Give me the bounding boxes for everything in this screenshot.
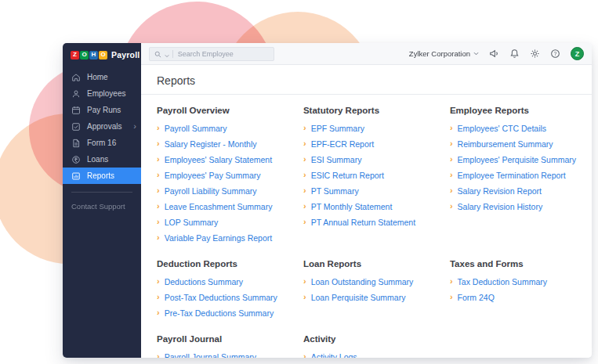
chevron-right-icon: ›: [450, 124, 453, 132]
topbar-icons: ?: [489, 49, 560, 59]
report-section-statutory-reports: Statutory Reports›EPF Summary›EPF-ECR Re…: [303, 106, 428, 249]
report-link-deductions-summary[interactable]: ›Deductions Summary: [157, 277, 281, 286]
report-link-payroll-summary[interactable]: ›Payroll Summary: [157, 124, 281, 132]
report-link-epf-ecr-report[interactable]: ›EPF-ECR Report: [303, 139, 428, 148]
report-section-payroll-overview: Payroll Overview›Payroll Summary›Salary …: [157, 106, 281, 249]
chevron-down-icon: [473, 52, 479, 56]
chevron-right-icon: ›: [450, 186, 453, 195]
report-link-epf-summary[interactable]: ›EPF Summary: [303, 124, 428, 132]
report-link-esic-return-report[interactable]: ›ESIC Return Report: [303, 171, 428, 179]
sidebar-item-approvals[interactable]: Approvals›: [63, 118, 141, 135]
chevron-right-icon: ›: [133, 122, 136, 131]
report-link-employees-ctc-details[interactable]: ›Employees' CTC Details: [450, 124, 576, 132]
pay-runs-icon: [71, 106, 81, 115]
report-section-activity: Activity›Activity Logs: [303, 334, 428, 358]
approvals-icon: [71, 122, 81, 132]
chevron-right-icon: ›: [450, 293, 453, 301]
report-section-payroll-journal: Payroll Journal›Payroll Journal Summary: [157, 334, 281, 358]
zoho-logo-letter: O: [99, 51, 107, 59]
reports-grid: Payroll Overview›Payroll Summary›Salary …: [157, 106, 576, 358]
sidebar-item-home[interactable]: Home: [63, 69, 141, 85]
report-link-lop-summary[interactable]: ›LOP Summary: [157, 218, 281, 226]
report-link-pre-tax-deductions-summary[interactable]: ›Pre-Tax Deductions Summary: [157, 308, 281, 317]
user-avatar[interactable]: Z: [571, 47, 584, 60]
zoho-logo-blocks: ZOHO: [71, 51, 107, 59]
report-link-employees-perquisite-summary[interactable]: ›Employees' Perquisite Summary: [450, 155, 576, 164]
report-link-employees-salary-statement[interactable]: ›Employees' Salary Statement: [157, 155, 281, 164]
report-link-activity-logs[interactable]: ›Activity Logs: [303, 352, 428, 358]
main-pane: Zylker Corporation ? Z Reports Payroll O…: [141, 43, 592, 358]
org-name: Zylker Corporation: [409, 49, 470, 58]
chevron-right-icon: ›: [157, 202, 160, 211]
report-link-post-tax-deductions-summary[interactable]: ›Post-Tax Deductions Summary: [157, 293, 281, 301]
chevron-right-icon: ›: [157, 218, 160, 226]
product-name: Payroll: [111, 50, 140, 59]
report-link-leave-encashment-summary[interactable]: ›Leave Encashment Summary: [157, 202, 281, 211]
section-title: Employee Reports: [450, 106, 576, 115]
report-link-reimbursement-summary[interactable]: ›Reimbursement Summary: [450, 139, 576, 148]
report-link-payroll-journal-summary[interactable]: ›Payroll Journal Summary: [157, 352, 281, 358]
report-link-loan-outstanding-summary[interactable]: ›Loan Outstanding Summary: [303, 277, 428, 286]
report-link-form-24q[interactable]: ›Form 24Q: [450, 293, 576, 301]
sidebar-item-reports[interactable]: Reports: [63, 168, 141, 184]
org-switcher[interactable]: Zylker Corporation: [409, 49, 479, 58]
sidebar-item-pay-runs[interactable]: Pay Runs: [63, 102, 141, 118]
search-input[interactable]: [176, 49, 269, 59]
chevron-right-icon: ›: [157, 352, 160, 358]
search-separator: [172, 50, 173, 58]
section-title: Loan Reports: [303, 259, 428, 268]
chevron-right-icon: ›: [303, 218, 306, 226]
chevron-right-icon: ›: [303, 171, 306, 179]
app-window: ZOHO Payroll HomeEmployeesPay RunsApprov…: [63, 43, 592, 358]
section-title: Deduction Reports: [157, 259, 281, 268]
report-section-employee-reports: Employee Reports›Employees' CTC Details›…: [450, 106, 576, 249]
svg-text:?: ?: [554, 51, 557, 56]
announcements-icon[interactable]: [489, 49, 499, 59]
chevron-right-icon: ›: [450, 171, 453, 179]
report-link-pt-annual-return-statement[interactable]: ›PT Annual Return Statement: [303, 218, 428, 226]
chevron-right-icon: ›: [157, 155, 160, 164]
chevron-right-icon: ›: [157, 139, 160, 148]
chevron-right-icon: ›: [157, 171, 160, 179]
report-link-salary-register-monthly[interactable]: ›Salary Register - Monthly: [157, 139, 281, 148]
report-link-payroll-liability-summary[interactable]: ›Payroll Liability Summary: [157, 186, 281, 195]
chevron-right-icon: ›: [157, 293, 160, 301]
settings-icon[interactable]: [530, 49, 540, 59]
report-link-esi-summary[interactable]: ›ESI Summary: [303, 155, 428, 164]
report-link-pt-summary[interactable]: ›PT Summary: [303, 186, 428, 195]
search-scope-chevron-icon[interactable]: [165, 47, 169, 61]
sidebar-nav: HomeEmployeesPay RunsApprovals›Form 16Lo…: [63, 69, 141, 184]
zoho-logo-letter: Z: [71, 51, 79, 59]
form-16-icon: [71, 139, 81, 148]
report-link-variable-pay-earnings-report[interactable]: ›Variable Pay Earnings Report: [157, 233, 281, 242]
report-link-loan-perquisite-summary[interactable]: ›Loan Perquisite Summary: [303, 293, 428, 301]
search-icon: [154, 47, 161, 61]
section-title: Statutory Reports: [303, 106, 428, 115]
employees-icon: [71, 89, 81, 99]
report-link-employees-pay-summary[interactable]: ›Employees' Pay Summary: [157, 171, 281, 179]
chevron-right-icon: ›: [157, 233, 160, 242]
section-title: Payroll Overview: [157, 106, 281, 115]
reports-icon: [71, 171, 81, 181]
report-link-salary-revision-report[interactable]: ›Salary Revision Report: [450, 186, 576, 195]
notifications-icon[interactable]: [509, 49, 520, 59]
chevron-right-icon: ›: [303, 202, 306, 211]
reports-page: Reports Payroll Overview›Payroll Summary…: [141, 65, 592, 358]
contact-support-link[interactable]: Contact Support: [63, 193, 141, 220]
report-link-tax-deduction-summary[interactable]: ›Tax Deduction Summary: [450, 277, 576, 286]
zoho-payroll-logo: ZOHO Payroll: [63, 43, 141, 66]
chevron-right-icon: ›: [303, 293, 306, 301]
report-link-employee-termination-report[interactable]: ›Employee Termination Report: [450, 171, 576, 179]
chevron-right-icon: ›: [157, 308, 160, 317]
report-link-salary-revision-history[interactable]: ›Salary Revision History: [450, 202, 576, 211]
report-link-pt-monthly-statement[interactable]: ›PT Monthly Statement: [303, 202, 428, 211]
search-box[interactable]: [149, 47, 274, 61]
title-divider: [141, 94, 592, 95]
sidebar-item-form-16[interactable]: Form 16: [63, 135, 141, 151]
loans-icon: [71, 155, 81, 164]
sidebar-item-employees[interactable]: Employees: [63, 85, 141, 102]
chevron-right-icon: ›: [157, 124, 160, 132]
zoho-logo-letter: O: [80, 51, 89, 59]
help-icon[interactable]: ?: [550, 49, 560, 59]
sidebar-item-loans[interactable]: Loans: [63, 151, 141, 168]
